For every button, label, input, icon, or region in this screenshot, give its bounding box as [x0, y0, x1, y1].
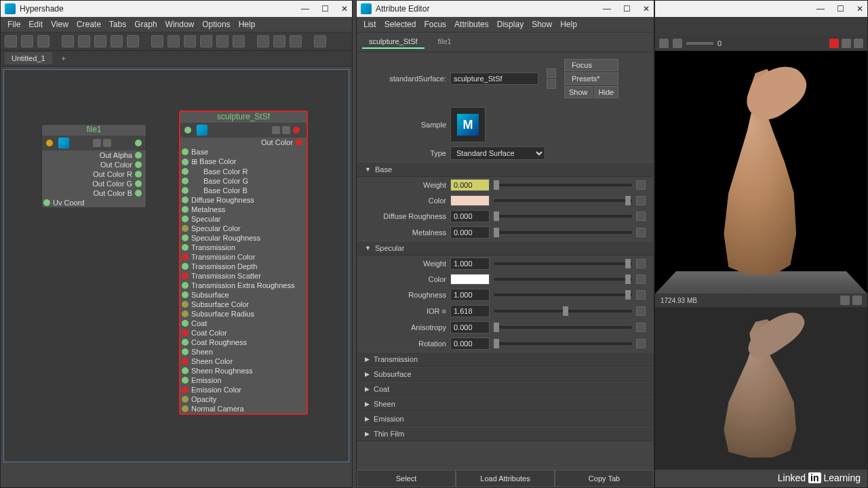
in-port-icon[interactable]	[182, 320, 189, 327]
select-button[interactable]: Select	[357, 470, 456, 487]
diffuse-slider[interactable]	[494, 215, 632, 218]
menu-attributes[interactable]: Attributes	[454, 20, 489, 29]
node-file1[interactable]: file1 Out AlphaOut ColorOut Color ROut C…	[41, 124, 146, 208]
menu-list[interactable]: List	[363, 20, 376, 29]
in-port-icon[interactable]	[182, 329, 189, 336]
sculpt-attr-row[interactable]: Subsurface Radius	[180, 309, 307, 319]
in-port-icon[interactable]	[182, 159, 189, 165]
sculpt-out-port[interactable]	[293, 127, 300, 134]
map-button-icon[interactable]	[636, 180, 646, 190]
link-icon[interactable]	[547, 79, 556, 89]
node-sculpture[interactable]: sculpture_StSf Out Color Base⊞ Base Colo…	[179, 110, 308, 415]
toolbar-icon[interactable]	[94, 35, 106, 47]
main-titlebar[interactable]: —☐✕	[655, 1, 867, 17]
file1-in-port[interactable]	[46, 140, 53, 146]
file1-output-row[interactable]: Out Alpha	[42, 150, 146, 160]
in-port-icon[interactable]	[182, 148, 189, 155]
sculpt-attr-row[interactable]: Coat Color	[180, 328, 307, 338]
tab-untitled[interactable]: Untitled_1	[5, 52, 52, 64]
toolbar-icon[interactable]	[257, 35, 269, 47]
sculpt-attr-row[interactable]: Emission	[180, 375, 307, 385]
base-weight-slider[interactable]	[494, 184, 632, 186]
file1-output-row[interactable]: Out Color R	[42, 169, 146, 179]
sculpt-attr-row[interactable]: Base	[180, 147, 307, 157]
minimize-button[interactable]: —	[816, 4, 825, 14]
section-sheen[interactable]: ▶Sheen	[357, 396, 654, 411]
sculpt-attr-row[interactable]: Transmission Depth	[180, 262, 307, 271]
file1-input-uvcoord[interactable]: Uv Coord	[42, 198, 146, 207]
out-port-icon[interactable]	[135, 161, 142, 168]
outcolor-port-icon[interactable]	[296, 139, 302, 146]
toolbar-icon[interactable]	[21, 35, 33, 47]
in-port-icon[interactable]	[182, 386, 189, 393]
in-port-icon[interactable]	[182, 244, 189, 251]
metalness-field[interactable]	[450, 226, 490, 239]
sculpt-attr-row[interactable]: Base Color G	[180, 176, 307, 186]
spec-ior-field[interactable]	[450, 305, 490, 317]
in-port-icon[interactable]	[182, 310, 189, 317]
menu-file[interactable]: File	[7, 20, 20, 29]
toolbar-icon[interactable]	[127, 35, 139, 47]
menu-view[interactable]: View	[51, 20, 68, 29]
load-attributes-button[interactable]: Load Attributes	[456, 470, 555, 487]
in-port-icon[interactable]	[182, 377, 189, 384]
tab-file1[interactable]: file1	[431, 35, 458, 49]
menu-help[interactable]: Help	[239, 20, 256, 29]
menu-focus[interactable]: Focus	[424, 20, 446, 29]
node-btn-icon[interactable]	[272, 126, 280, 134]
sculpt-attr-row[interactable]: Coat Roughness	[180, 338, 307, 347]
in-port-icon[interactable]	[182, 348, 189, 355]
in-port-icon[interactable]	[182, 272, 189, 279]
sculpt-attr-row[interactable]: Emission Color	[180, 385, 307, 394]
sculpt-attr-row[interactable]: Base Color B	[180, 186, 307, 195]
toolbar-icon[interactable]	[314, 35, 326, 47]
sculpt-attr-row[interactable]: Coat	[180, 319, 307, 328]
toolbar-icon[interactable]	[5, 35, 17, 47]
section-emission[interactable]: ▶Emission	[357, 411, 654, 426]
tab-add[interactable]: +	[58, 52, 70, 64]
sculpt-attr-row[interactable]: Subsurface Color	[180, 300, 307, 309]
in-port-icon[interactable]	[182, 178, 189, 184]
toolbar-icon[interactable]	[290, 35, 302, 47]
toolbar-icon[interactable]	[62, 35, 74, 47]
section-specular[interactable]: ▼Specular	[357, 241, 654, 256]
type-dropdown[interactable]: Standard Surface	[450, 146, 545, 160]
spec-aniso-field[interactable]	[450, 321, 490, 333]
spec-rot-field[interactable]	[450, 338, 490, 350]
file1-output-row[interactable]: Out Color	[42, 160, 146, 169]
map-button-icon[interactable]	[636, 211, 646, 221]
toolbar-icon[interactable]	[273, 35, 285, 47]
spec-aniso-slider[interactable]	[494, 326, 632, 329]
minimize-button[interactable]: —	[301, 4, 309, 14]
maximize-button[interactable]: ☐	[321, 4, 329, 14]
maximize-button[interactable]: ☐	[837, 4, 844, 14]
sculpt-in-port[interactable]	[184, 127, 191, 134]
toolbar-icon[interactable]	[233, 35, 245, 47]
map-button-icon[interactable]	[636, 290, 646, 300]
out-port-icon[interactable]	[135, 190, 142, 197]
file1-output-row[interactable]: Out Color G	[42, 179, 146, 188]
map-button-icon[interactable]	[636, 339, 646, 348]
in-port-icon[interactable]	[182, 291, 189, 298]
sculpt-attr-row[interactable]: Metalness	[180, 205, 307, 214]
menu-selected[interactable]: Selected	[384, 20, 416, 29]
sculpt-attr-row[interactable]: Diffuse Roughness	[180, 195, 307, 205]
sculpt-attr-row[interactable]: Sheen Color	[180, 357, 307, 366]
presets-button[interactable]: Presets*	[564, 73, 618, 85]
chevron-down-icon[interactable]	[852, 296, 862, 305]
in-port-icon[interactable]	[182, 187, 189, 194]
close-button[interactable]: ✕	[856, 4, 863, 14]
sculpt-attr-row[interactable]: Base Color R	[180, 167, 307, 176]
vp-slider[interactable]	[686, 42, 713, 45]
diffuse-field[interactable]	[450, 210, 490, 222]
menu-create[interactable]: Create	[77, 20, 101, 29]
sculpt-attr-row[interactable]: Transmission Color	[180, 252, 307, 262]
in-port-icon[interactable]	[182, 235, 189, 241]
file1-output-row[interactable]: Out Color B	[42, 188, 146, 198]
spec-color-swatch[interactable]	[450, 274, 490, 285]
menu-show[interactable]: Show	[532, 20, 552, 29]
sculpt-attr-row[interactable]: Transmission Extra Roughness	[180, 281, 307, 290]
out-port-icon[interactable]	[135, 180, 142, 187]
record-icon[interactable]	[829, 39, 839, 48]
toolbar-icon[interactable]	[37, 35, 50, 47]
